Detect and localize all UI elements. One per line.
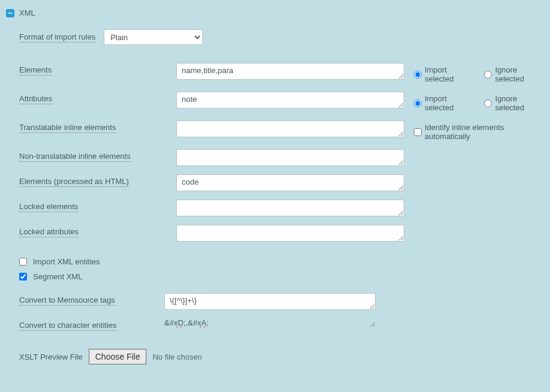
- elements-ignore-radio[interactable]: Ignore selected: [484, 65, 544, 83]
- import-entities-label: Import XML entities: [33, 257, 100, 266]
- choose-file-button[interactable]: Choose File: [89, 349, 147, 364]
- collapse-icon[interactable]: −: [6, 9, 14, 17]
- locked-elements-label: Locked elements: [19, 202, 78, 212]
- elements-import-radio[interactable]: Import selected: [414, 65, 473, 83]
- attributes-input[interactable]: [176, 92, 404, 108]
- convert-entities-label: Convert to character entities: [19, 321, 117, 331]
- format-label: Format of import rules: [19, 32, 95, 43]
- non-trans-inline-input[interactable]: [176, 149, 404, 166]
- format-select[interactable]: Plain: [104, 29, 203, 45]
- html-elements-label: Elements (processed as HTML): [19, 177, 129, 187]
- locked-elements-input[interactable]: [176, 200, 404, 216]
- attributes-label: Attributes: [19, 94, 52, 104]
- convert-tags-label: Convert to Memsource tags: [19, 295, 115, 306]
- import-entities-check[interactable]: [19, 258, 27, 266]
- locked-attributes-input[interactable]: [176, 225, 404, 242]
- segment-xml-label: Segment XML: [33, 272, 82, 281]
- convert-tags-input[interactable]: [164, 293, 375, 310]
- xslt-label: XSLT Preview File: [19, 352, 83, 361]
- locked-attributes-label: Locked attributes: [19, 227, 79, 237]
- file-status: No file chosen: [152, 352, 202, 361]
- trans-inline-input[interactable]: [176, 120, 404, 137]
- elements-input[interactable]: [176, 63, 404, 80]
- segment-xml-check[interactable]: [19, 273, 27, 281]
- convert-entities-input[interactable]: &#xD;,&#xA;: [164, 318, 375, 327]
- section-title: XML: [19, 8, 35, 17]
- non-trans-inline-label: Non-translatable inline elements: [19, 152, 131, 162]
- identify-inline-check[interactable]: Identify inline elements automatically: [414, 123, 544, 141]
- trans-inline-label: Translatable inline elements: [19, 123, 116, 133]
- attributes-import-radio[interactable]: Import selected: [414, 94, 473, 112]
- html-elements-input[interactable]: [176, 174, 404, 191]
- elements-label: Elements: [19, 65, 52, 76]
- attributes-ignore-radio[interactable]: Ignore selected: [484, 94, 544, 112]
